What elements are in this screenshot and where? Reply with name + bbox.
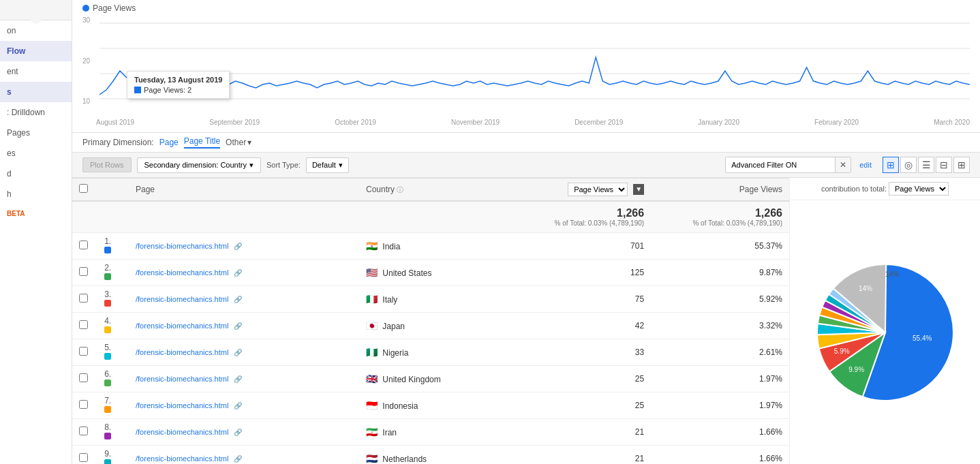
sidebar-item-pages[interactable]: Pages (0, 123, 72, 143)
row-checkbox-cell (72, 339, 97, 366)
toolbar: Plot Rows Secondary dimension: Country ▾… (72, 153, 980, 178)
sidebar-item-h[interactable]: h (0, 184, 72, 204)
external-link-icon[interactable]: 🔗 (234, 429, 242, 436)
x-label-dec: December 2019 (575, 119, 623, 126)
list-view-icon[interactable]: ☰ (918, 157, 934, 173)
table-container: Page Country ⓘ Page Views ▼ (72, 178, 980, 464)
chevron-down-icon: ▾ (339, 161, 343, 170)
totals-label (72, 201, 512, 233)
row-page: /forensic-biomechanics.html 🔗 (129, 419, 359, 446)
country-name: United Kingdom (382, 375, 440, 384)
country-name: Indonesia (382, 401, 418, 411)
row-page: /forensic-biomechanics.html 🔗 (129, 260, 359, 286)
dim-page-title-link[interactable]: Page Title (184, 136, 220, 149)
row-checkbox[interactable] (79, 427, 88, 435)
pie-view-icon[interactable]: ◎ (900, 157, 917, 173)
external-link-icon[interactable]: 🔗 (234, 455, 242, 463)
dim-page-link[interactable]: Page (159, 138, 179, 147)
contribution-select[interactable]: Page Views (889, 182, 949, 196)
external-link-icon[interactable]: 🔗 (234, 402, 242, 409)
row-checkbox[interactable] (79, 373, 88, 382)
plot-rows-button[interactable]: Plot Rows (82, 157, 132, 172)
external-link-icon[interactable]: 🔗 (234, 349, 242, 356)
row-checkbox[interactable] (79, 400, 88, 409)
row-checkbox-cell (72, 419, 97, 446)
row-pv2: 1.97% (651, 392, 789, 419)
tooltip-title: Tuesday, 13 August 2019 (134, 76, 222, 84)
external-link-icon[interactable]: 🔗 (234, 243, 242, 250)
external-link-icon[interactable]: 🔗 (234, 322, 242, 330)
row-checkbox[interactable] (79, 453, 88, 462)
row-checkbox[interactable] (79, 267, 88, 276)
table-row: 9. /forensic-biomechanics.html 🔗 🇳🇱 Neth… (72, 446, 789, 465)
row-page: /forensic-biomechanics.html 🔗 (129, 233, 359, 260)
filter-clear-button[interactable]: ✕ (835, 157, 851, 172)
content-area: Page Views 30 20 10 (72, 0, 980, 464)
row-checkbox[interactable] (79, 241, 88, 249)
pageviews-select[interactable]: Page Views (568, 183, 628, 196)
page-link[interactable]: /forensic-biomechanics.html (136, 322, 228, 330)
row-checkbox[interactable] (79, 347, 88, 356)
sidebar-item-on[interactable]: on (0, 20, 72, 41)
row-pv2: 1.66% (651, 419, 789, 446)
row-checkbox-cell (72, 313, 97, 339)
sort-default-button[interactable]: Default ▾ (306, 157, 349, 173)
data-table: Page Country ⓘ Page Views ▼ (72, 178, 789, 464)
country-name: Netherlands (382, 454, 427, 464)
grid-view-icon[interactable]: ⊞ (883, 157, 899, 173)
sidebar-item-ent[interactable]: ent (0, 61, 72, 82)
table-row: 4. /forensic-biomechanics.html 🔗 🇯🇵 Japa… (72, 313, 789, 339)
comparison-view-icon[interactable]: ⊟ (936, 157, 952, 173)
page-link[interactable]: /forensic-biomechanics.html (136, 268, 228, 277)
row-num: 6. (97, 366, 129, 392)
pie-label: 5.9% (833, 347, 849, 355)
country-name: Iran (382, 428, 397, 437)
pivot-view-icon[interactable]: ⊞ (953, 157, 970, 173)
sidebar-item-d[interactable]: d (0, 164, 72, 184)
edit-link[interactable]: edit (859, 161, 872, 169)
row-num: 5. (97, 339, 129, 366)
x-label-oct: October 2019 (335, 119, 376, 126)
external-link-icon[interactable]: 🔗 (234, 269, 242, 277)
row-num: 2. (97, 260, 129, 286)
tooltip-square (134, 87, 141, 93)
secondary-dim-button[interactable]: Secondary dimension: Country ▾ (137, 157, 261, 173)
dim-other-dropdown[interactable]: Other ▾ (226, 138, 251, 147)
external-link-icon[interactable]: 🔗 (234, 375, 242, 383)
header-pageviews[interactable]: Page Views ▼ (512, 179, 651, 202)
table-row: 6. /forensic-biomechanics.html 🔗 🇬🇧 Unit… (72, 366, 789, 392)
row-page: /forensic-biomechanics.html 🔗 (129, 446, 359, 465)
sidebar-item-es[interactable]: es (0, 143, 72, 164)
sidebar-item-flow[interactable]: Flow (0, 41, 72, 61)
page-link[interactable]: /forensic-biomechanics.html (136, 295, 228, 303)
data-table-wrap: Page Country ⓘ Page Views ▼ (72, 178, 789, 464)
totals-pv2: 1,266 % of Total: 0.03% (4,789,190) (651, 201, 789, 233)
sidebar-scroll[interactable] (29, 0, 43, 24)
filter-input[interactable] (726, 158, 835, 172)
page-link[interactable]: /forensic-biomechanics.html (136, 348, 228, 356)
sidebar-item-beta[interactable]: BETA (0, 204, 72, 223)
pie-chart-container: 55.4%9.9%5.9%14%14% (790, 200, 980, 464)
page-link[interactable]: /forensic-biomechanics.html (136, 242, 228, 250)
flag-icon: 🇮🇳 (366, 241, 378, 251)
sort-arrow-icon[interactable]: ▼ (633, 184, 644, 195)
row-page: /forensic-biomechanics.html 🔗 (129, 366, 359, 392)
page-link[interactable]: /forensic-biomechanics.html (136, 401, 228, 409)
select-all-checkbox[interactable] (79, 184, 88, 193)
row-country: 🇮🇩 Indonesia (359, 392, 512, 419)
sidebar-item-s[interactable]: s (0, 82, 72, 102)
row-checkbox[interactable] (79, 294, 88, 303)
row-pv1: 21 (512, 419, 651, 446)
row-checkbox-cell (72, 260, 97, 286)
row-page: /forensic-biomechanics.html 🔗 (129, 313, 359, 339)
page-link[interactable]: /forensic-biomechanics.html (136, 428, 228, 436)
row-page: /forensic-biomechanics.html 🔗 (129, 339, 359, 366)
page-link[interactable]: /forensic-biomechanics.html (136, 375, 228, 383)
external-link-icon[interactable]: 🔗 (234, 296, 242, 303)
sort-type-label: Sort Type: (266, 161, 301, 169)
page-link[interactable]: /forensic-biomechanics.html (136, 454, 228, 463)
sidebar-item-drilldown[interactable]: : Drilldown (0, 102, 72, 123)
contribution-header: contribution to total: Page Views (790, 178, 980, 200)
row-pv2: 1.97% (651, 366, 789, 392)
row-checkbox[interactable] (79, 320, 88, 329)
